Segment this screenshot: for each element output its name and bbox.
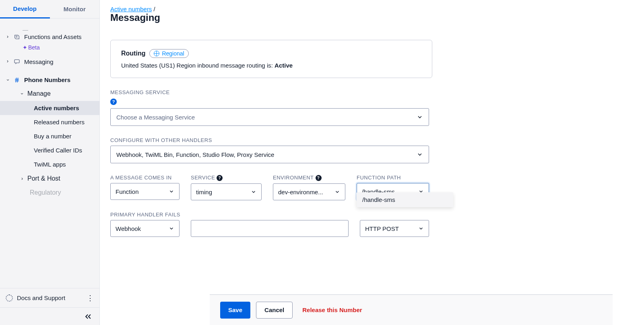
collapse-sidebar-button[interactable]	[0, 307, 99, 325]
label-messaging-service: MESSAGING SERVICE	[110, 89, 634, 95]
cancel-button[interactable]: Cancel	[256, 302, 293, 319]
chevron-right-icon: ›	[6, 34, 10, 40]
nav-item-port-host[interactable]: › Port & Host	[0, 171, 99, 186]
help-icon[interactable]: ?	[110, 99, 117, 105]
footer-bar: Save Cancel Release this Number	[210, 294, 613, 325]
nav-item-released-numbers[interactable]: Released numbers	[0, 115, 99, 129]
configure-handlers-select[interactable]: Webhook, TwiML Bin, Function, Studio Flo…	[110, 146, 429, 163]
nav-label: Manage	[27, 90, 51, 97]
chevron-right-icon: ›	[6, 58, 10, 65]
more-icon[interactable]: ⋮	[87, 294, 94, 302]
svg-rect-0	[14, 60, 19, 63]
chevron-down-icon: ›	[19, 92, 25, 96]
hash-icon	[13, 77, 21, 83]
chevron-down-icon	[334, 189, 340, 195]
lifebuoy-icon	[6, 294, 13, 302]
nav-item-phone-numbers[interactable]: › Phone Numbers	[0, 74, 99, 86]
nav-scroll[interactable]: — › Functions and Assets ✦Beta › Messagi…	[0, 19, 99, 288]
routing-status: Active	[275, 62, 293, 69]
label-message-comes-in: A MESSAGE COMES IN	[110, 175, 180, 181]
sparkle-icon: ✦	[23, 44, 27, 51]
http-method-value: HTTP POST	[365, 225, 399, 232]
function-path-dropdown: /handle-sms	[357, 192, 453, 207]
docs-support-row[interactable]: Docs and Support ⋮	[0, 288, 99, 307]
label-function-path: FUNCTION PATH	[357, 175, 429, 181]
chevron-down-icon	[169, 226, 174, 231]
primary-fails-value: Webhook	[116, 225, 141, 232]
message-comes-in-value: Function	[116, 188, 139, 195]
primary-fails-select[interactable]: Webhook	[110, 220, 180, 237]
tab-develop[interactable]: Develop	[0, 0, 50, 19]
environment-value: dev-environme...	[278, 189, 323, 195]
message-comes-in-select[interactable]: Function	[110, 183, 180, 200]
breadcrumb-link-active-numbers[interactable]: Active numbers	[110, 6, 152, 12]
nav-item-verified-caller-ids[interactable]: Verified Caller IDs	[0, 143, 99, 157]
label-service: SERVICE?	[191, 175, 262, 181]
script-icon	[13, 34, 21, 40]
service-select[interactable]: timing	[191, 183, 262, 200]
nav-item-twiml-apps[interactable]: TwiML apps	[0, 157, 99, 171]
label-configure-handlers: CONFIGURE WITH OTHER HANDLERS	[110, 137, 634, 143]
globe-icon	[154, 51, 159, 56]
breadcrumb: Active numbers/	[110, 0, 634, 13]
nav-item-active-numbers[interactable]: Active numbers	[0, 101, 99, 115]
function-path-option[interactable]: /handle-sms	[357, 192, 453, 207]
nav-item-manage[interactable]: › Manage	[0, 86, 99, 101]
primary-fails-url-input[interactable]	[191, 220, 349, 237]
nav-item-regulatory[interactable]: Regulatory	[0, 186, 99, 196]
chevron-down-icon	[417, 114, 423, 120]
routing-text: United States (US1) Region inbound messa…	[121, 62, 421, 69]
nav-label: Phone Numbers	[24, 76, 95, 84]
nav-label: Messaging	[24, 58, 95, 66]
chevron-right-icon: ›	[20, 176, 24, 181]
service-value: timing	[196, 189, 212, 195]
page-heading: Messaging	[110, 12, 634, 23]
sidebar-tabs: Develop Monitor	[0, 0, 99, 19]
help-icon[interactable]: ?	[316, 175, 322, 181]
nav-item-functions-assets[interactable]: › Functions and Assets	[0, 31, 99, 43]
nav-item-messaging[interactable]: › Messaging	[0, 56, 99, 68]
regional-pill[interactable]: Regional	[149, 49, 188, 58]
routing-card: Routing Regional United States (US1) Reg…	[110, 40, 432, 78]
regional-label: Regional	[162, 50, 184, 57]
beta-badge: ✦Beta	[0, 43, 99, 56]
chevron-down-icon	[169, 189, 174, 194]
chevron-down-icon: ›	[4, 78, 11, 82]
release-number-link[interactable]: Release this Number	[302, 306, 362, 313]
http-method-select[interactable]: HTTP POST	[360, 220, 429, 237]
chat-icon	[13, 58, 21, 65]
chevron-double-left-icon	[84, 313, 92, 321]
label-primary-fails: PRIMARY HANDLER FAILS	[110, 212, 634, 218]
nav-label: Port & Host	[27, 175, 60, 182]
configure-handlers-value: Webhook, TwiML Bin, Function, Studio Flo…	[116, 151, 274, 158]
messaging-service-placeholder: Choose a Messaging Service	[116, 114, 195, 121]
routing-title: Routing	[121, 50, 145, 57]
beta-label: Beta	[28, 44, 40, 51]
nav-label: Functions and Assets	[24, 33, 95, 41]
nav-item-buy-number[interactable]: Buy a number	[0, 129, 99, 143]
nav-item-truncated-top: —	[0, 27, 99, 31]
tab-monitor[interactable]: Monitor	[50, 0, 100, 18]
docs-support-label: Docs and Support	[17, 294, 65, 301]
messaging-service-select[interactable]: Choose a Messaging Service	[110, 108, 429, 126]
breadcrumb-slash: /	[152, 6, 155, 12]
chevron-down-icon	[418, 226, 424, 231]
save-button[interactable]: Save	[220, 302, 250, 319]
main-content: Active numbers/ Messaging Routing Region…	[100, 0, 644, 325]
environment-select[interactable]: dev-environme...	[273, 183, 345, 200]
chevron-down-icon	[417, 151, 423, 158]
label-environment: ENVIRONMENT?	[273, 175, 345, 181]
chevron-down-icon	[251, 189, 256, 195]
sidebar: Develop Monitor — › Functions and Assets…	[0, 0, 100, 325]
help-icon[interactable]: ?	[217, 175, 223, 181]
